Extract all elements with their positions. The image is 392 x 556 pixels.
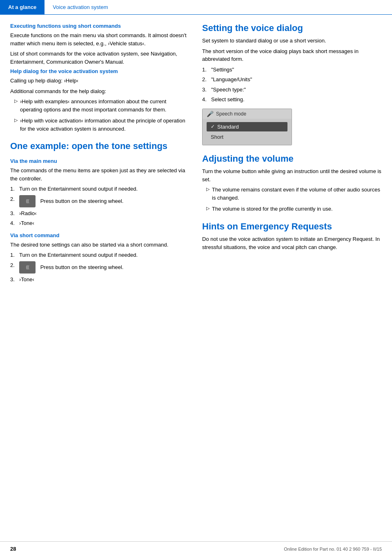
list-item: 3. ›Tone‹ — [10, 276, 190, 284]
tab-at-a-glance[interactable]: At a glance — [0, 0, 45, 14]
step-text: ›Tone‹ — [19, 276, 190, 284]
screenshot-body: ✓ Standard Short — [203, 119, 292, 145]
bullet-arrow-icon: ▷ — [14, 98, 18, 104]
list-item: 2. ((( Press button on the steering whee… — [10, 195, 190, 207]
screenshot-item-short: Short — [207, 132, 287, 142]
section-heading-emergency: Hints on Emergency Requests — [202, 221, 382, 232]
list-item: 1. Turn on the Entertainment sound outpu… — [10, 185, 190, 193]
section-voice-dialog: Setting the voice dialog Set system to s… — [202, 23, 382, 145]
step-text: Select setting. — [211, 96, 382, 104]
section-emergency-requests: Hints on Emergency Requests Do not use t… — [202, 221, 382, 251]
list-item: 3. ›Radio‹ — [10, 209, 190, 218]
voice-dialog-para2: The short version of the voice dialog pl… — [202, 47, 382, 63]
step-text: Turn on the Entertainment sound output i… — [19, 251, 190, 259]
main-menu-steps: 1. Turn on the Entertainment sound outpu… — [10, 185, 190, 227]
step-num: 4. — [10, 219, 19, 227]
tab-voice-activation[interactable]: Voice activation system — [45, 0, 116, 14]
volume-bullet-1: ▷ The volume remains constant even if th… — [202, 186, 382, 202]
bullet-arrow-icon-2: ▷ — [14, 118, 18, 123]
step-num: 3. — [10, 276, 19, 284]
main-content: Executing functions using short commands… — [0, 15, 392, 294]
list-item: 2. "Language/Units" — [202, 76, 382, 84]
help-para1: Calling up help dialog: ›Help‹ — [10, 77, 190, 85]
footer-info: Online Edition for Part no. 01 40 2 960 … — [284, 547, 382, 552]
step-num: 3. — [10, 209, 19, 218]
step-num: 2. — [10, 195, 19, 203]
volume-para: Turn the volume button while giving an i… — [202, 167, 382, 183]
step-num: 1. — [202, 66, 211, 74]
volume-bullet-2-text: The volume is stored for the profile cur… — [212, 205, 333, 213]
help-bullet-1-text: ›Help with examples‹ announces informati… — [20, 98, 190, 113]
help-bullet-1: ▷ ›Help with examples‹ announces informa… — [10, 98, 190, 113]
step-num: 2. — [202, 76, 211, 84]
volume-bullet-1-text: The volume remains constant even if the … — [212, 186, 382, 202]
checkmark-icon: ✓ — [211, 124, 215, 129]
step-num: 2. — [10, 261, 19, 269]
help-bullet-2: ▷ ›Help with voice activation‹ informati… — [10, 117, 190, 133]
list-item: 3. "Speech type:" — [202, 86, 382, 94]
help-bullet-2-text: ›Help with voice activation‹ information… — [20, 117, 190, 133]
speech-mode-icon: 🎤 — [207, 111, 214, 117]
screenshot-title-bar: 🎤 Speech mode — [203, 109, 292, 119]
list-item: 1. Turn on the Entertainment sound outpu… — [10, 251, 190, 259]
section-one-example: One example: open the tone settings Via … — [10, 141, 190, 283]
page-header: At a glance Voice activation system — [0, 0, 392, 15]
executing-para2: List of short commands for the voice act… — [10, 50, 190, 66]
section-heading-voice-dialog: Setting the voice dialog — [202, 23, 382, 33]
voice-dialog-steps: 1. "Settings" 2. "Language/Units" 3. "Sp… — [202, 66, 382, 104]
steering-button-icon: ((( — [19, 195, 36, 207]
step-text-with-icon: ((( Press button on the steering wheel. — [19, 195, 190, 207]
bullet-arrow-icon-4: ▷ — [206, 206, 209, 211]
volume-bullet-2: ▷ The volume is stored for the profile c… — [202, 205, 382, 213]
steering-button-icon-2: ((( — [19, 261, 36, 274]
subsection-heading-short-command: Via short command — [10, 232, 190, 238]
list-item: 4. Select setting. — [202, 96, 382, 104]
page-number: 28 — [10, 546, 16, 552]
section-heading-example: One example: open the tone settings — [10, 141, 190, 151]
left-column: Executing functions using short commands… — [10, 23, 190, 285]
section-adjusting-volume: Adjusting the volume Turn the volume but… — [202, 153, 382, 213]
list-item: 2. ((( Press button on the steering whee… — [10, 261, 190, 274]
speech-mode-screenshot: 🎤 Speech mode ✓ Standard Short — [202, 109, 292, 145]
short-command-para: The desired tone settings can also be st… — [10, 241, 190, 249]
step-text: ›Radio‹ — [19, 209, 190, 218]
section-heading-help: Help dialog for the voice activation sys… — [10, 68, 190, 74]
short-command-steps: 1. Turn on the Entertainment sound outpu… — [10, 251, 190, 283]
emergency-para: Do not use the voice activation system t… — [202, 235, 382, 251]
step-text: ›Tone‹ — [19, 219, 190, 227]
step-num: 1. — [10, 185, 19, 193]
list-item: 4. ›Tone‹ — [10, 219, 190, 227]
step-num: 1. — [10, 251, 19, 259]
help-para2: Additional commands for the help dialog: — [10, 87, 190, 96]
subsection-heading-main-menu: Via the main menu — [10, 158, 190, 164]
bullet-arrow-icon-3: ▷ — [206, 187, 209, 192]
step-text-with-icon: ((( Press button on the steering wheel. — [19, 261, 190, 274]
section-help-dialog: Help dialog for the voice activation sys… — [10, 68, 190, 133]
screenshot-title: Speech mode — [216, 111, 246, 117]
screenshot-item-standard: ✓ Standard — [207, 122, 287, 131]
section-heading-volume: Adjusting the volume — [202, 153, 382, 164]
voice-dialog-para1: Set system to standard dialog or use a s… — [202, 37, 382, 45]
step-text: "Speech type:" — [211, 86, 382, 94]
right-column: Setting the voice dialog Set system to s… — [202, 23, 382, 285]
section-heading-executing: Executing functions using short commands — [10, 23, 190, 29]
section-executing-functions: Executing functions using short commands… — [10, 23, 190, 66]
list-item: 1. "Settings" — [202, 66, 382, 74]
step-text: "Language/Units" — [211, 76, 382, 84]
step-text: "Settings" — [211, 66, 382, 74]
main-menu-para: The commands of the menu items are spoke… — [10, 167, 190, 182]
page-footer: 28 Online Edition for Part no. 01 40 2 9… — [0, 541, 392, 556]
step-num: 3. — [202, 86, 211, 94]
executing-para1: Execute functions on the main menu via s… — [10, 31, 190, 47]
step-num: 4. — [202, 96, 211, 104]
step-text: Turn on the Entertainment sound output i… — [19, 185, 190, 193]
